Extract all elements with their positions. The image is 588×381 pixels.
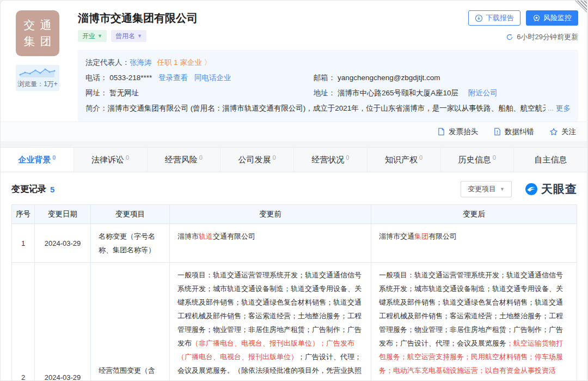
status-tag-open[interactable]: 开业 ▼ bbox=[78, 30, 107, 42]
follow-button[interactable]: 关注 bbox=[549, 127, 576, 137]
table-row: 12024-03-29名称变更（字号名称、集团名称等）淄博市轨道交通有限公司淄博… bbox=[12, 224, 577, 263]
tab-jingyingfengxian[interactable]: 经营风险0 bbox=[148, 148, 221, 172]
tab-count: 0 bbox=[493, 154, 496, 161]
correction-doc-icon bbox=[493, 128, 501, 136]
tab-label: 知识产权 bbox=[385, 155, 418, 165]
tab-label: 公司发展 bbox=[238, 155, 271, 165]
risk-monitor-label: 风险监控 bbox=[543, 13, 572, 23]
column-header: 变更前 bbox=[170, 205, 371, 224]
change-item-cell: 名称变更（字号名称、集团名称等） bbox=[91, 224, 170, 263]
change-text-cell: 一般项目：轨道交通运营管理系统开发；轨道交通通信信号系统开发；城市轨道交通设备制… bbox=[170, 263, 371, 381]
email-label: 邮箱： bbox=[314, 74, 336, 82]
chevron-down-icon: ▼ bbox=[500, 186, 505, 192]
address-label: 地址： bbox=[314, 89, 336, 97]
invoice-doc-icon bbox=[437, 128, 445, 136]
tianyancha-logo-icon bbox=[525, 183, 538, 196]
refresh-icon[interactable] bbox=[506, 33, 513, 41]
change-item-filter-dropdown[interactable]: 变更项目 ▼ bbox=[461, 181, 512, 197]
row-number-cell: 2 bbox=[12, 263, 35, 381]
views-label: 浏览量： bbox=[17, 80, 44, 88]
tab-qiyebeijing[interactable]: 企业背景0 bbox=[1, 148, 74, 172]
change-text-cell: 淄博市交通集团有限公司 bbox=[371, 224, 577, 263]
chevron-down-icon: ▼ bbox=[137, 33, 142, 39]
change-records-table: 序号变更日期变更项目变更前变更后 12024-03-29名称变更（字号名称、集团… bbox=[11, 204, 577, 381]
email-value: yangchengcheng@zbgdjtjt.com bbox=[338, 74, 440, 82]
data-correction-label: 数据纠错 bbox=[505, 127, 534, 137]
tab-count: 0 bbox=[52, 154, 56, 161]
former-name-label: 曾用名 bbox=[115, 32, 135, 41]
table-body: 12024-03-29名称变更（字号名称、集团名称等）淄博市轨道交通有限公司淄博… bbox=[12, 224, 577, 381]
download-report-button[interactable]: 下载报告 bbox=[468, 10, 520, 26]
legal-rep-name-link[interactable]: 张海涛 bbox=[130, 55, 152, 70]
tab-count: 0 bbox=[419, 154, 422, 161]
change-text-cell: 一般项目：轨道交通运营管理系统开发；轨道交通通信信号系统开发；城市轨道交通设备制… bbox=[371, 263, 577, 381]
tab-falvsusong[interactable]: 法律诉讼0 bbox=[74, 148, 148, 172]
action-bar: 发票抬头 数据纠错 关注 bbox=[1, 122, 587, 141]
status-tag-label: 开业 bbox=[82, 32, 95, 41]
table-header-row: 序号变更日期变更项目变更前变更后 bbox=[12, 205, 577, 224]
invoice-header-button[interactable]: 发票抬头 bbox=[437, 127, 478, 137]
tab-zhishichanquan[interactable]: 知识产权0 bbox=[367, 148, 441, 172]
plain-text: 淄博市 bbox=[177, 232, 199, 240]
website-value: 暂无网址 bbox=[109, 89, 139, 97]
tab-label: 经营风险 bbox=[165, 155, 198, 165]
section-title: 变更记录 bbox=[11, 184, 46, 195]
plain-text: 交通有限公司 bbox=[213, 232, 255, 240]
download-report-label: 下载报告 bbox=[486, 13, 514, 23]
company-name: 淄博市交通集团有限公司 bbox=[78, 10, 198, 26]
column-header: 序号 bbox=[12, 205, 35, 224]
views-sparkline-chart bbox=[19, 68, 57, 78]
tab-label: 经营状况 bbox=[311, 155, 344, 165]
tab-gongsifazhan[interactable]: 公司发展0 bbox=[220, 148, 294, 172]
legal-rep-companies-link[interactable]: 任职 1 家企业 〉 bbox=[157, 55, 212, 70]
company-logo: 交通 集团 bbox=[16, 10, 59, 56]
intro-text: 淄博市交通集团有限公司 (曾用名：淄博市轨道交通有限公司)，成立于2021年，位… bbox=[108, 101, 546, 116]
intro-more-link[interactable]: 更多 bbox=[556, 101, 571, 116]
plain-text: 一般项目：轨道交通运营管理系统开发；轨道交通通信信号系统开发；城市轨道交通设备制… bbox=[177, 271, 362, 347]
phone-login-link[interactable]: 登录查看 bbox=[158, 74, 188, 82]
company-profile-page: 交通 集团 浏览量：1万+ bbox=[0, 0, 587, 381]
tab-count: 0 bbox=[273, 154, 276, 161]
row-number-cell: 1 bbox=[12, 224, 35, 263]
updated-text: 6小时29分钟前更新 bbox=[517, 32, 578, 42]
company-info-box: 法定代表人： 张海涛 任职 1 家企业 〉 电话： 0533-218**** 登… bbox=[78, 50, 578, 122]
nearby-companies-link[interactable]: 附近公司 bbox=[468, 89, 498, 97]
update-status: 6小时29分钟前更新 bbox=[506, 32, 578, 42]
page-views-widget: 浏览量：1万+ bbox=[16, 65, 59, 91]
change-records-section: 变更记录 5 变更项目 ▼ 天眼查 序号变更日期变更项目变更前变更后 12024… bbox=[1, 172, 587, 381]
tab-count: 0 bbox=[346, 154, 349, 161]
tab-bar: 企业背景0法律诉讼0经营风险0公司发展0经营状况0知识产权0历史信息0自主信息 bbox=[1, 148, 587, 172]
table-row: 22024-03-29经营范围变更（含业务范围变更）一般项目：轨道交通运营管理系… bbox=[12, 263, 577, 381]
tab-zizhuxinxi[interactable]: 自主信息 bbox=[514, 148, 587, 172]
change-item-cell: 经营范围变更（含业务范围变更） bbox=[91, 263, 170, 381]
diff-highlight: 轨道 bbox=[199, 232, 213, 240]
diff-highlight: 集团 bbox=[414, 232, 428, 240]
tab-label: 法律诉讼 bbox=[91, 155, 124, 165]
data-correction-button[interactable]: 数据纠错 bbox=[493, 127, 534, 137]
change-date-cell: 2024-03-29 bbox=[35, 263, 91, 381]
download-icon bbox=[475, 14, 483, 22]
tab-lishixinxi[interactable]: 历史信息0 bbox=[441, 148, 514, 172]
intro-ellipsis: ... bbox=[548, 101, 554, 116]
phone-value: 0533-218**** bbox=[109, 74, 152, 82]
plain-text: 一般项目：轨道交通运营管理系统开发；轨道交通通信信号系统开发；城市轨道交通设备制… bbox=[379, 271, 563, 347]
former-name-tag[interactable]: 曾用名 ▼ bbox=[111, 30, 146, 42]
tab-count: 0 bbox=[126, 154, 129, 161]
phone-label: 电话： bbox=[85, 74, 108, 82]
star-icon bbox=[549, 128, 558, 136]
column-header: 变更后 bbox=[371, 205, 577, 224]
column-header: 变更日期 bbox=[35, 205, 91, 224]
tab-jingyingzhuangkuang[interactable]: 经营状况0 bbox=[294, 148, 367, 172]
follow-label: 关注 bbox=[561, 127, 576, 137]
same-phone-link[interactable]: 同电话企业 bbox=[194, 74, 231, 82]
chevron-down-icon: ▼ bbox=[97, 33, 102, 39]
section-divider bbox=[1, 141, 587, 148]
risk-monitor-button[interactable]: 风险监控 bbox=[526, 10, 578, 26]
legal-rep-label: 法定代表人： bbox=[85, 55, 130, 70]
header-row: 序号变更日期变更项目变更前变更后 bbox=[12, 205, 577, 224]
tab-count: 0 bbox=[199, 154, 203, 161]
tab-label: 自主信息 bbox=[534, 155, 567, 165]
address-value: 淄博市中心路265号颐和大厦A座10层 bbox=[338, 89, 458, 97]
website-label: 网址： bbox=[85, 89, 108, 97]
section-count-badge: 5 bbox=[50, 185, 54, 194]
